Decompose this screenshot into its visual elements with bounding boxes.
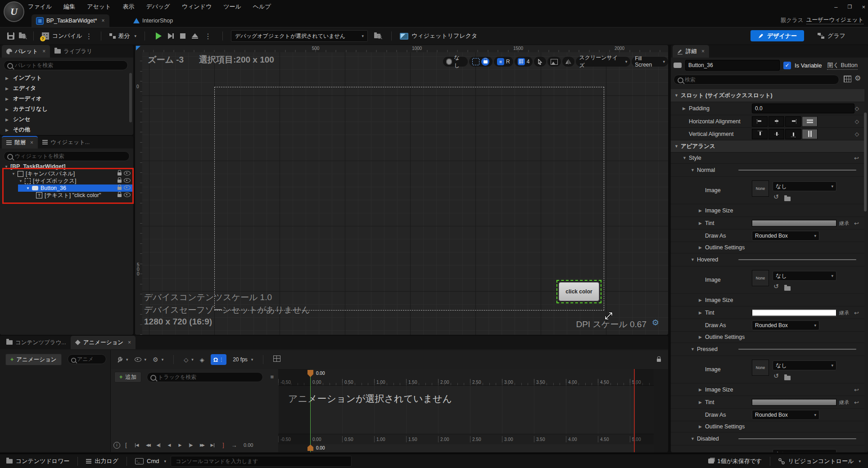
fps-dropdown[interactable]: 20 fps▾ — [233, 356, 253, 363]
row-state-hovered[interactable]: ▼ Hovered — [671, 253, 864, 266]
image-thumbnail-none[interactable]: None — [752, 180, 769, 197]
row-image-size-hovered[interactable]: ▶ Image Size — [671, 294, 864, 306]
menu-file[interactable]: ファイル — [28, 3, 52, 11]
grid-snap-group[interactable]: 4 — [515, 57, 533, 67]
row-style[interactable]: ▼ Style ↩ — [671, 153, 864, 164]
tab-interiorshop[interactable]: InteriorShop — [129, 14, 177, 27]
tree-row-text-block[interactable]: T [テキスト] "click color" — [0, 192, 133, 199]
tree-row-canvas-panel[interactable]: ▼ [キャンバスパネル] — [0, 170, 133, 177]
details-search[interactable] — [674, 75, 839, 85]
widget-name-field[interactable]: Button_36 — [685, 60, 780, 71]
details-scrollbar[interactable] — [864, 112, 867, 212]
row-state-pressed[interactable]: ▼ Pressed — [671, 343, 864, 356]
row-tint-normal[interactable]: ▶ Tint 継承 ↩ — [671, 217, 864, 230]
window-maximize-button[interactable]: ❒ — [848, 4, 852, 10]
content-drawer-button[interactable]: コンテンツドロワー — [6, 457, 69, 465]
playhead-marker-bottom[interactable] — [307, 445, 313, 451]
tab-close-icon[interactable]: × — [701, 48, 705, 54]
debug-object-dropdown[interactable]: デバッグオブジェクトが選択されていません▾ — [231, 30, 368, 42]
halign-center-button[interactable] — [769, 116, 784, 126]
widget-reflector-button[interactable]: ウィジェットリフレクタ — [400, 32, 477, 40]
playhead-line[interactable] — [310, 375, 311, 452]
browse-asset-icon[interactable] — [784, 376, 791, 380]
tab-details[interactable]: 詳細× — [673, 45, 709, 58]
bind-diamond-icon[interactable]: ◇ — [855, 131, 859, 137]
open-button-link[interactable]: 開く Button — [827, 61, 858, 70]
grid-snap-size[interactable]: 4 — [527, 58, 530, 65]
graph-button[interactable]: グラフ — [818, 32, 845, 40]
step-forward-button[interactable]: ▶ — [186, 441, 196, 449]
menu-help[interactable]: ヘルプ — [253, 3, 271, 11]
tint-color-swatch[interactable] — [752, 309, 836, 316]
visibility-icon[interactable] — [124, 171, 131, 176]
respect-locks-toggle[interactable]: R — [506, 58, 510, 65]
image-thumbnail-none[interactable]: None — [752, 270, 769, 286]
reset-icon[interactable]: ↩ — [854, 309, 859, 316]
menu-tools[interactable]: ツール — [223, 3, 241, 11]
image-asset-dropdown[interactable]: なし▾ — [773, 181, 836, 191]
step-back-button[interactable]: ◀ — [154, 441, 163, 449]
reset-icon[interactable]: ↩ — [854, 399, 859, 405]
visibility-icon[interactable] — [124, 193, 131, 197]
palette-search[interactable] — [4, 60, 128, 70]
sequencer-lock-icon[interactable] — [657, 356, 661, 364]
info-icon[interactable]: i — [113, 442, 120, 449]
dpi-settings-gear-icon[interactable]: ⚙ — [652, 318, 659, 328]
tab-close-icon[interactable]: × — [128, 339, 131, 346]
menu-window[interactable]: ウィンドウ — [182, 3, 212, 11]
tab-content-browser[interactable]: コンテンツブラウ... — [2, 336, 71, 349]
row-tint-hovered[interactable]: ▶ Tint 継承 ↩ — [671, 306, 864, 319]
selection-lock-group[interactable] — [469, 57, 493, 67]
add-animation-button[interactable]: + アニメーション — [5, 354, 62, 365]
valign-fill-button[interactable] — [802, 129, 818, 139]
is-variable-checkbox[interactable]: ✓ — [783, 62, 791, 69]
palette-category-other[interactable]: ▶その他 — [0, 125, 130, 135]
tab-hierarchy[interactable]: 階層× — [2, 136, 38, 148]
filter-icon[interactable]: ≡ — [270, 374, 274, 380]
tab-close-icon[interactable]: × — [42, 48, 45, 54]
add-key-icon[interactable]: ◈ — [200, 356, 204, 363]
browse-asset-icon[interactable] — [784, 197, 791, 201]
play-options-icon[interactable]: ⋮ — [204, 32, 212, 40]
valign-center-button[interactable] — [769, 129, 784, 139]
debug-browse-icon[interactable] — [374, 34, 380, 38]
draw-as-dropdown[interactable]: Rounded Box▾ — [752, 320, 819, 330]
add-track-button[interactable]: + 追加 — [114, 372, 141, 382]
row-padding[interactable]: ▶ Padding 0.0 ◇ — [671, 102, 864, 115]
tint-color-swatch[interactable] — [752, 399, 836, 405]
timeline-ruler-bottom[interactable]: -0.500.000.501.001.502.002.503.003.504.0… — [278, 434, 654, 444]
halign-left-button[interactable] — [752, 116, 768, 126]
console-command-input[interactable] — [176, 456, 347, 466]
diff-button[interactable]: 差分▾ — [109, 32, 137, 40]
section-appearance[interactable]: ▼ アピアランス — [671, 140, 864, 153]
halign-right-button[interactable] — [785, 116, 801, 126]
palette-search-input[interactable] — [4, 60, 128, 70]
lock-icon[interactable] — [118, 187, 122, 190]
image-asset-dropdown[interactable]: なし▾ — [773, 360, 836, 370]
use-selected-asset-icon[interactable]: ↺ — [773, 193, 779, 200]
compile-options-icon[interactable]: ⋮ — [86, 32, 93, 40]
unreal-logo-icon[interactable]: U — [4, 1, 24, 22]
bind-diamond-icon[interactable]: ◇ — [855, 105, 859, 112]
console-input[interactable] — [171, 456, 352, 467]
unsaved-button[interactable]: 1個が未保存です — [708, 457, 762, 465]
reset-icon[interactable]: ↩ — [854, 220, 859, 226]
jump-to-start-button[interactable]: ◀ — [132, 441, 142, 449]
next-keyframe-button[interactable]: ▶▶ — [197, 441, 207, 449]
lock-icon[interactable] — [118, 180, 122, 183]
tab-close-icon[interactable]: × — [30, 140, 33, 146]
image-asset-dropdown[interactable]: なし▾ — [773, 449, 836, 452]
window-close-button[interactable]: × — [862, 4, 865, 10]
animation-search[interactable] — [68, 354, 106, 364]
timeline-ruler-top[interactable]: -0.500.000.501.001.502.002.503.003.504.0… — [278, 369, 654, 386]
parent-class-link[interactable]: ユーザーウィジェット — [806, 16, 863, 24]
palette-category-uncategorized[interactable]: ▶カテゴリなし — [0, 104, 130, 114]
output-log-button[interactable]: 出力ログ — [86, 457, 118, 465]
image-asset-dropdown[interactable]: なし▾ — [773, 271, 836, 281]
stop-button[interactable] — [180, 33, 185, 39]
hierarchy-search[interactable] — [4, 151, 130, 161]
display-filter-icon[interactable] — [844, 76, 851, 84]
launch-button[interactable] — [192, 33, 198, 39]
tab-bp-taskbarwidget[interactable]: ▥ BP_TaskBarWidget* × — [32, 14, 109, 27]
draw-as-dropdown[interactable]: Rounded Box▾ — [752, 410, 819, 420]
